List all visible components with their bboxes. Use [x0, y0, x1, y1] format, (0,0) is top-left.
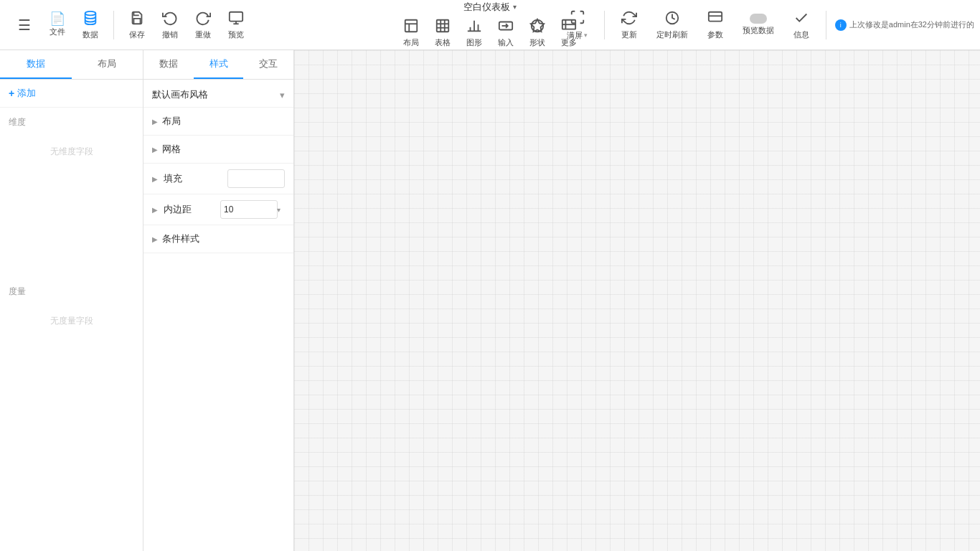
- dashboard-title-text: 空白仪表板: [463, 1, 510, 14]
- tab-middle-interact[interactable]: 交互: [243, 50, 293, 79]
- middle-tabs: 数据 样式 交互: [143, 50, 293, 80]
- layout-button[interactable]: 布局: [397, 17, 425, 50]
- padding-arrow-icon: ▶: [152, 206, 158, 214]
- chart-label: 图形: [466, 37, 482, 48]
- top-bar: ☰ 📄 文件 数据: [0, 0, 980, 50]
- fill-arrow-icon: ▶: [152, 175, 158, 183]
- measure-label: 度量: [0, 277, 143, 301]
- more-button[interactable]: 更多: [555, 17, 583, 50]
- info-check-icon: [793, 10, 809, 28]
- file-icon: 📄: [50, 12, 65, 25]
- divider-1: [113, 11, 114, 39]
- title-area: 空白仪表板 ▾ 布局: [397, 1, 583, 50]
- middle-panel: 数据 样式 交互 默认画布风格 ▾ ▶ 布局: [143, 50, 294, 551]
- table-button[interactable]: 表格: [428, 17, 457, 50]
- main-layout: 数据 布局 + 添加 维度 无维度字段 度量 无度量字段 数据: [0, 50, 980, 551]
- preview-data-label: 预览数据: [743, 25, 774, 36]
- condition-row-label: 条件样式: [162, 232, 199, 245]
- style-section: 默认画布风格 ▾ ▶ 布局 ▶ 网格 ▶ 填充 ▶: [143, 80, 293, 256]
- more-icon: [561, 18, 577, 36]
- dimension-label: 维度: [0, 108, 143, 131]
- shape-button[interactable]: 形状: [523, 17, 552, 50]
- fill-color-input[interactable]: [227, 169, 285, 188]
- undo-icon: [162, 10, 178, 28]
- padding-select[interactable]: 10 5 15 20: [220, 200, 278, 219]
- timer-icon: [664, 10, 680, 28]
- style-preset-dropdown[interactable]: 默认画布风格 ▾: [152, 88, 285, 101]
- preview-data-button[interactable]: 预览数据: [737, 4, 780, 46]
- style-preset-row[interactable]: 默认画布风格 ▾: [143, 83, 293, 108]
- layout-arrow-icon: ▶: [152, 118, 158, 126]
- hamburger-button[interactable]: ☰: [9, 4, 40, 46]
- input-label: 输入: [498, 37, 514, 48]
- toolbar-left: ☰ 📄 文件 数据: [6, 4, 255, 46]
- condition-row[interactable]: ▶ 条件样式: [143, 225, 293, 253]
- data-icon: [83, 10, 98, 28]
- status-dot-letter: i: [840, 22, 842, 29]
- more-label: 更多: [561, 37, 577, 48]
- layout-row[interactable]: ▶ 布局: [143, 108, 293, 136]
- save-label: 保存: [129, 29, 145, 40]
- params-icon: [707, 10, 723, 28]
- save-button[interactable]: 保存: [121, 4, 153, 46]
- tab-middle-style[interactable]: 样式: [194, 50, 244, 79]
- chart-icon: [466, 18, 482, 36]
- layout-row-label: 布局: [162, 115, 181, 128]
- update-label: 更新: [621, 29, 637, 40]
- svg-rect-7: [437, 19, 449, 32]
- style-preset-label: 默认画布风格: [152, 88, 208, 101]
- redo-icon: [195, 10, 211, 28]
- data-button[interactable]: 数据: [75, 4, 106, 46]
- info-button[interactable]: 信息: [786, 4, 817, 46]
- divider-2: [604, 11, 605, 39]
- dimension-empty: 无维度字段: [0, 131, 143, 172]
- input-icon: [498, 18, 514, 36]
- divider-3: [826, 11, 826, 39]
- dashboard-title[interactable]: 空白仪表板 ▾: [463, 1, 517, 14]
- left-tabs: 数据 布局: [0, 50, 143, 80]
- params-label: 参数: [707, 29, 723, 40]
- preview-button[interactable]: 预览: [220, 4, 252, 46]
- undo-label: 撤销: [162, 29, 178, 40]
- grid-row-label: 网格: [162, 143, 181, 156]
- preview-icon: [228, 10, 244, 28]
- save-icon: [129, 10, 145, 28]
- redo-button[interactable]: 重做: [187, 4, 219, 46]
- measure-empty: 无度量字段: [0, 301, 143, 342]
- preset-chevron-icon: ▾: [280, 90, 285, 100]
- svg-point-0: [85, 11, 96, 15]
- tab-middle-data[interactable]: 数据: [143, 50, 194, 79]
- update-button[interactable]: 更新: [613, 4, 645, 46]
- redo-label: 重做: [195, 29, 211, 40]
- timer-button[interactable]: 定时刷新: [651, 4, 694, 46]
- status-icon: i: [835, 19, 847, 31]
- shape-icon: [529, 18, 545, 36]
- svg-rect-4: [405, 19, 418, 32]
- tab-data[interactable]: 数据: [0, 50, 72, 79]
- canvas-area[interactable]: [294, 50, 980, 551]
- padding-row-label: 内边距: [164, 203, 215, 216]
- file-button[interactable]: 📄 文件: [42, 4, 73, 46]
- hamburger-icon: ☰: [18, 18, 31, 32]
- table-label: 表格: [435, 37, 451, 48]
- chart-button[interactable]: 图形: [460, 17, 489, 50]
- plus-icon: +: [9, 88, 14, 99]
- tab-layout[interactable]: 布局: [72, 50, 143, 79]
- fill-row: ▶ 填充: [143, 164, 293, 194]
- condition-arrow-icon: ▶: [152, 235, 158, 243]
- data-label: 数据: [83, 29, 98, 40]
- add-button[interactable]: + 添加: [0, 80, 143, 108]
- file-group: ☰ 📄 文件 数据: [6, 4, 109, 46]
- file-label: 文件: [50, 27, 65, 37]
- table-icon: [435, 18, 451, 36]
- undo-button[interactable]: 撤销: [154, 4, 186, 46]
- input-button[interactable]: 输入: [491, 17, 520, 50]
- info-label: 信息: [793, 29, 809, 40]
- toolbar-right: 满屏 ▾ 更新 定时刷新: [560, 4, 974, 46]
- update-icon: [621, 10, 637, 28]
- left-panel: 数据 布局 + 添加 维度 无维度字段 度量 无度量字段: [0, 50, 143, 551]
- add-label: 添加: [17, 87, 36, 100]
- grid-arrow-icon: ▶: [152, 146, 158, 154]
- grid-row[interactable]: ▶ 网格: [143, 136, 293, 164]
- params-button[interactable]: 参数: [699, 4, 731, 46]
